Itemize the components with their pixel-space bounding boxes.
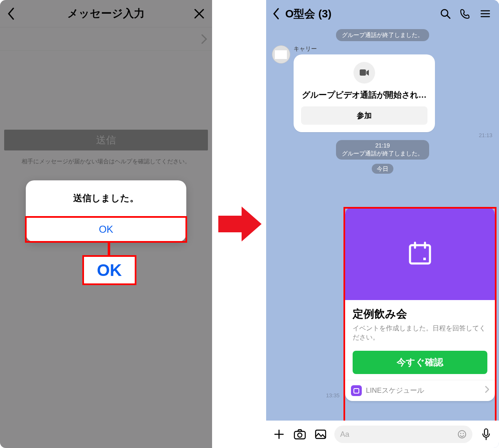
schedule-app-icon <box>351 385 362 396</box>
svg-rect-1 <box>360 69 366 76</box>
camera-icon[interactable] <box>293 429 307 440</box>
svg-rect-4 <box>354 389 359 393</box>
close-icon[interactable] <box>194 8 205 19</box>
calendar-icon <box>408 241 432 266</box>
event-footer-label: LINEスケジュール <box>366 386 424 395</box>
chat-title: O型会 (3) <box>285 7 432 21</box>
timestamp: 21:13 <box>272 132 492 138</box>
join-button[interactable]: 参加 <box>301 106 427 125</box>
date-separator: 今日 <box>372 164 393 174</box>
back-icon[interactable] <box>7 7 15 20</box>
svg-rect-7 <box>316 430 326 438</box>
mic-icon[interactable] <box>479 428 493 441</box>
annotation-ok-callout: OK <box>82 255 136 285</box>
svg-rect-11 <box>484 429 488 436</box>
right-screen: O型会 (3) x グループ通話が終了しました。 キャリー <box>266 0 499 448</box>
annotation-highlight-ok <box>25 216 187 243</box>
event-cta-button[interactable]: 今すぐ確認 <box>353 351 487 374</box>
emoji-icon[interactable] <box>457 430 467 439</box>
video-call-title: グループビデオ通話が開始され… <box>301 89 427 101</box>
event-timestamp: 13:35 <box>326 392 340 399</box>
chat-header: O型会 (3) <box>266 0 499 27</box>
event-description: イベントを作成しました。日程を回答してください。 <box>353 324 487 342</box>
event-hero <box>345 207 495 300</box>
svg-point-9 <box>460 433 462 434</box>
send-hint: 相手にメッセージが届かない場合はヘルプを確認してください。 <box>0 158 212 165</box>
menu-icon[interactable] <box>478 8 492 19</box>
call-icon[interactable] <box>458 8 472 19</box>
chat-input-bar: Aa <box>266 421 499 448</box>
video-icon <box>353 62 375 84</box>
left-title: メッセージ入力 <box>67 6 145 21</box>
svg-rect-5 <box>294 431 305 439</box>
event-footer[interactable]: LINEスケジュール <box>345 380 495 401</box>
message-input[interactable]: Aa <box>334 426 472 443</box>
send-button[interactable]: 送信 <box>4 130 208 150</box>
chat-body[interactable]: x グループ通話が終了しました。 キャリー グループビデオ通話が開始され… 参加 <box>266 27 499 421</box>
gallery-icon[interactable] <box>314 429 328 439</box>
system-call-ended: x グループ通話が終了しました。 <box>336 29 429 41</box>
event-title: 定例飲み会 <box>353 307 487 321</box>
input-placeholder: Aa <box>340 430 349 439</box>
left-header: メッセージ入力 <box>0 0 212 27</box>
input-row[interactable] <box>0 27 212 51</box>
sender-name: キャリー <box>294 45 493 53</box>
back-icon[interactable] <box>273 8 279 20</box>
system-call-ended-2: 21:19 グループ通話が終了しました。 <box>336 140 429 159</box>
search-icon[interactable] <box>438 8 452 19</box>
event-message: 13:35 定例飲み会 イベントを作成しました。日程を回答してください。 今すぐ… <box>345 207 495 401</box>
event-card[interactable]: 定例飲み会 イベントを作成しました。日程を回答してください。 今すぐ確認 LIN… <box>345 207 495 401</box>
chevron-right-icon <box>201 34 207 44</box>
dialog-message: 送信しました。 <box>26 180 186 216</box>
transition-arrow <box>212 0 266 448</box>
avatar[interactable] <box>272 45 290 64</box>
svg-rect-2 <box>410 245 430 263</box>
svg-point-10 <box>463 433 464 434</box>
plus-icon[interactable] <box>272 429 286 440</box>
left-screen: メッセージ入力 送信 相手にメッセージが届かない場合はヘルプを確認してください。… <box>0 0 212 448</box>
svg-rect-3 <box>423 258 426 260</box>
incoming-message: キャリー グループビデオ通話が開始され… 参加 <box>272 45 493 132</box>
svg-point-6 <box>298 433 302 437</box>
video-call-bubble: グループビデオ通話が開始され… 参加 <box>294 54 435 132</box>
chevron-right-icon <box>485 386 489 395</box>
annotation-connector <box>108 243 110 256</box>
